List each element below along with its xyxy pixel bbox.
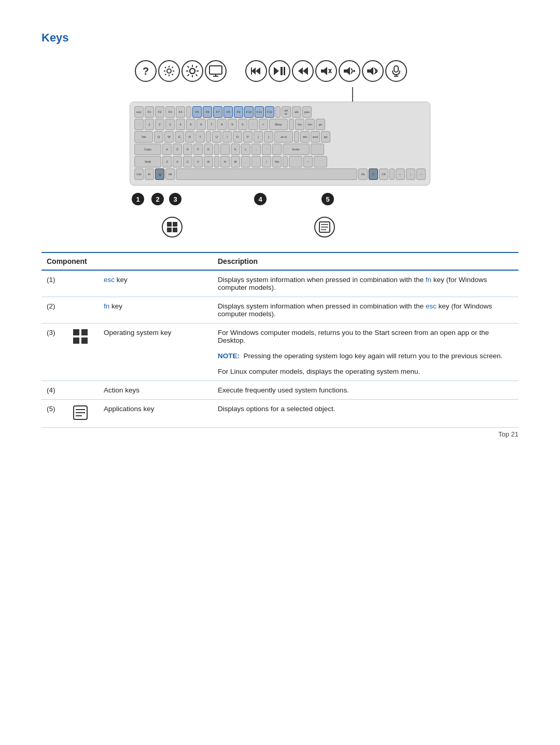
callout-3: 3: [169, 193, 181, 205]
row-icon: [67, 297, 99, 324]
row-icon: [67, 270, 99, 297]
row-description: Displays system information when pressed…: [213, 297, 519, 324]
row-icon: [67, 381, 99, 400]
row-icon-windows: [67, 324, 99, 381]
table-row: (2) fn key Displays system information w…: [41, 297, 519, 324]
svg-line-14: [188, 66, 189, 68]
row-num: (4): [41, 381, 67, 400]
row-icon-applications: [67, 400, 99, 428]
svg-marker-27: [298, 67, 303, 75]
row-component: esc key: [99, 270, 213, 297]
row-num: (2): [41, 297, 67, 324]
table-row: (1) esc key Displays system information …: [41, 270, 519, 297]
svg-point-9: [190, 68, 195, 74]
row-description: Execute frequently used system functions…: [213, 381, 519, 400]
row-description: Displays system information when pressed…: [213, 270, 519, 297]
svg-rect-37: [394, 66, 398, 72]
callout-5: 5: [321, 193, 334, 205]
callout-4: 4: [254, 193, 267, 205]
svg-line-6: [172, 74, 173, 75]
help-icon: ?: [135, 60, 157, 82]
svg-line-16: [196, 66, 198, 68]
next-track-icon: [292, 60, 314, 82]
prev-track-icon: [245, 60, 267, 82]
callout-2: 2: [151, 193, 164, 205]
row-component: Applications key: [99, 400, 213, 428]
svg-marker-30: [321, 67, 327, 75]
page-footer: Top 21: [498, 430, 519, 438]
svg-marker-24: [274, 67, 279, 75]
row-num: (3): [41, 324, 67, 381]
row-description: For Windows computer models, returns you…: [213, 324, 519, 381]
row-num: (5): [41, 400, 67, 428]
svg-marker-33: [344, 67, 350, 75]
volume-mute2-icon: [362, 60, 384, 82]
row-component: fn key: [99, 297, 213, 324]
svg-line-17: [188, 75, 189, 76]
svg-rect-18: [209, 66, 222, 74]
callout-1: 1: [132, 193, 144, 205]
play-pause-icon: [269, 60, 290, 82]
mute-icon: [315, 60, 337, 82]
svg-rect-23: [251, 67, 252, 75]
keyboard-image: esc F1 F2 F3 F4 F5 F6 F7 F8 F9 F10 F11 F…: [130, 102, 430, 186]
table-row: (4) Action keys Execute frequently used …: [41, 381, 519, 400]
row-component: Operating system key: [99, 324, 213, 381]
svg-rect-51: [81, 338, 88, 344]
svg-marker-36: [367, 67, 373, 75]
svg-line-15: [196, 75, 198, 76]
display-icon: [205, 60, 227, 82]
svg-marker-22: [251, 67, 256, 75]
brightness-up-icon: [181, 60, 203, 82]
svg-line-8: [165, 74, 166, 75]
svg-rect-29: [307, 67, 308, 75]
svg-line-5: [165, 67, 166, 68]
mic-icon: [385, 60, 407, 82]
keyboard-diagram: ?: [130, 60, 430, 244]
brightness-down-icon: [158, 60, 180, 82]
windows-key-badge: [162, 217, 183, 237]
table-row: (5) Applications key Displays options fo…: [41, 400, 519, 428]
svg-rect-48: [73, 329, 79, 335]
svg-rect-40: [167, 222, 172, 227]
svg-rect-25: [281, 67, 283, 75]
row-component: Action keys: [99, 381, 213, 400]
table-row: (3) Operating system key For Windows com…: [41, 324, 519, 381]
svg-rect-42: [167, 228, 172, 232]
svg-rect-50: [73, 338, 79, 344]
svg-rect-49: [81, 329, 88, 335]
volume-up-icon: [339, 60, 360, 82]
header-component: Component: [41, 252, 213, 270]
page-title: Keys: [41, 31, 519, 45]
svg-rect-41: [173, 222, 177, 227]
header-description: Description: [213, 252, 519, 270]
svg-marker-28: [303, 67, 307, 75]
svg-marker-21: [256, 67, 260, 75]
svg-line-7: [172, 67, 173, 68]
applications-key-badge: [314, 217, 335, 237]
row-description: Displays options for a selected object.: [213, 400, 519, 428]
svg-rect-43: [173, 228, 177, 232]
svg-point-0: [167, 69, 171, 73]
svg-rect-26: [284, 67, 285, 75]
component-table: Component Description (1) esc key Displa…: [41, 252, 519, 428]
row-num: (1): [41, 270, 67, 297]
